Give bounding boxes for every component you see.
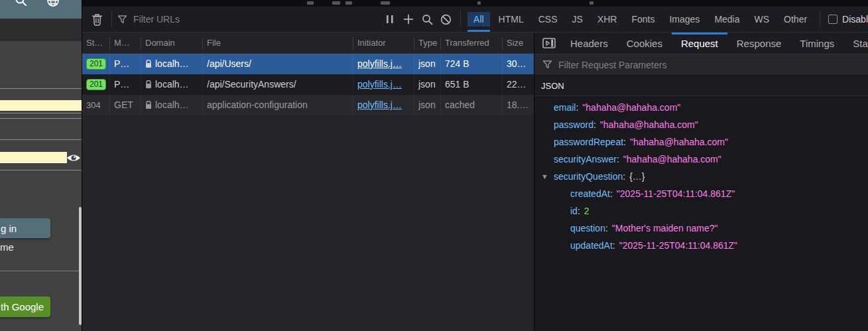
search-icon[interactable]: [15, 0, 28, 7]
disable-cache-control: Disabl: [828, 14, 868, 25]
tab-cookies[interactable]: Cookies: [617, 33, 672, 54]
column-header-transferred[interactable]: Transferred: [441, 36, 503, 50]
json-section-header[interactable]: JSON: [534, 76, 868, 96]
param-row: id:2: [534, 202, 868, 220]
column-header-initiator[interactable]: Initiator: [353, 36, 414, 50]
request-params-tree: email:"hahaha@hahaha.com" password:"haha…: [534, 96, 868, 331]
login-button[interactable]: g in: [0, 218, 50, 238]
param-separator: :: [617, 154, 619, 165]
filter-type-xhr[interactable]: XHR: [591, 12, 623, 27]
param-row: securityAnswer:"hahaha@hahaha.com": [534, 151, 868, 168]
param-key: updatedAt: [570, 240, 613, 251]
clear-requests-button[interactable]: [88, 10, 106, 29]
browser-chrome-fragment: [307, 1, 314, 5]
tab-timings[interactable]: Timings: [790, 33, 843, 54]
block-icon: [440, 14, 452, 25]
param-value: 2: [584, 206, 589, 216]
filter-type-images[interactable]: Images: [663, 12, 706, 27]
funnel-icon: [117, 15, 127, 25]
filter-type-all[interactable]: All: [467, 12, 490, 27]
filter-type-other[interactable]: Other: [778, 12, 813, 27]
search-requests-button[interactable]: [418, 10, 436, 29]
play-pane-icon: [542, 38, 556, 48]
param-value: "Mother's maiden name?": [612, 223, 718, 233]
param-key: passwordRepeat: [554, 137, 623, 147]
param-separator: :: [623, 171, 625, 182]
block-requests-button[interactable]: [436, 10, 455, 29]
tab-stack-trace[interactable]: Sta: [843, 33, 868, 54]
param-row: createdAt:"2025-11-25T04:11:04.861Z": [534, 185, 868, 202]
globe-icon[interactable]: [46, 0, 60, 7]
show-password-eye-icon[interactable]: [66, 153, 81, 163]
filter-request-parameters-input[interactable]: [557, 59, 756, 71]
browser-chrome-fragment: [345, 1, 352, 5]
password-field-autofilled[interactable]: [0, 152, 67, 163]
column-header-size[interactable]: Size: [503, 36, 533, 50]
initiator-link[interactable]: polyfills.j…: [357, 74, 402, 95]
remember-me-label: me: [0, 241, 14, 253]
param-value: "2025-11-25T04:11:04.861Z": [617, 188, 735, 199]
detail-tabs: Headers Cookies Request Response Timings…: [534, 33, 868, 54]
size-cell: 18.…: [503, 95, 533, 115]
tab-response[interactable]: Response: [727, 33, 791, 54]
page-app-bar: [0, 0, 82, 19]
param-row: passwordRepeat:"hahaha@hahaha.com": [534, 133, 868, 151]
status-text: 304: [86, 95, 101, 115]
file-cell: /api/Users/: [203, 54, 353, 74]
column-header-status[interactable]: St…: [82, 36, 110, 50]
filter-type-html[interactable]: HTML: [493, 12, 530, 27]
input-underline: [0, 113, 82, 113]
column-header-file[interactable]: File: [203, 36, 353, 50]
lock-icon: [145, 60, 152, 68]
disable-cache-checkbox[interactable]: [828, 15, 837, 24]
param-row: password:"hahaha@hahaha.com": [534, 116, 868, 133]
column-header-method[interactable]: M…: [110, 36, 141, 50]
table-row[interactable]: 304 GET localh… application-configuratio…: [82, 95, 534, 115]
network-toolbar: All HTML CSS JS XHR Fonts Images Media W…: [82, 7, 868, 33]
input-underline: [0, 170, 82, 170]
param-value: "hahaha@hahaha.com": [582, 102, 680, 113]
domain-cell: localh…: [155, 95, 189, 115]
param-separator: :: [593, 119, 596, 130]
filter-type-css[interactable]: CSS: [532, 12, 564, 27]
column-header-domain[interactable]: Domain: [141, 36, 203, 50]
email-field-autofilled[interactable]: [0, 100, 82, 111]
size-cell: 30…: [503, 54, 533, 74]
param-value: "2025-11-25T04:11:04.861Z": [619, 240, 737, 251]
filter-type-fonts[interactable]: Fonts: [625, 12, 660, 27]
initiator-link[interactable]: polyfills.j…: [357, 54, 402, 74]
requests-table-header: St… M… Domain File Initiator Type Transf…: [82, 33, 534, 54]
collapse-expander-icon[interactable]: ▼: [541, 168, 548, 185]
filter-type-media[interactable]: Media: [708, 12, 745, 27]
pause-icon: [386, 15, 394, 24]
filter-urls-input[interactable]: [132, 13, 298, 25]
plus-icon: [403, 14, 414, 25]
param-row: email:"hahaha@hahaha.com": [534, 99, 868, 116]
new-request-button[interactable]: [399, 10, 418, 29]
input-underline: [0, 139, 82, 140]
transferred-cell: 724 B: [441, 54, 503, 74]
filter-type-js[interactable]: JS: [566, 12, 589, 27]
pause-recording-button[interactable]: [381, 10, 399, 29]
size-cell: 22…: [503, 74, 533, 95]
input-underline: [0, 118, 82, 119]
param-value: {…}: [629, 171, 645, 182]
tab-request[interactable]: Request: [672, 33, 727, 54]
param-key: securityAnswer: [554, 154, 617, 165]
filter-type-ws[interactable]: WS: [749, 12, 776, 27]
browser-chrome-fragment: [589, 1, 593, 5]
tab-headers[interactable]: Headers: [561, 33, 617, 54]
param-row: updatedAt:"2025-11-25T04:11:04.861Z": [534, 237, 868, 254]
table-row[interactable]: 201 P… localh… /api/SecurityAnswers/ pol…: [82, 74, 534, 95]
google-login-button[interactable]: th Google: [0, 297, 50, 317]
transferred-cell: 651 B: [441, 74, 503, 95]
table-row[interactable]: 201 P… localh… /api/Users/ polyfills.j… …: [82, 54, 534, 74]
type-cell: json: [414, 74, 441, 95]
param-separator: :: [613, 240, 615, 251]
param-separator: :: [623, 137, 626, 147]
column-header-type[interactable]: Type: [414, 36, 441, 50]
network-details-pane-toggle[interactable]: [540, 34, 558, 52]
type-cell: json: [414, 95, 441, 115]
initiator-link[interactable]: polyfills.j…: [357, 95, 402, 115]
disable-cache-label: Disabl: [842, 14, 868, 25]
